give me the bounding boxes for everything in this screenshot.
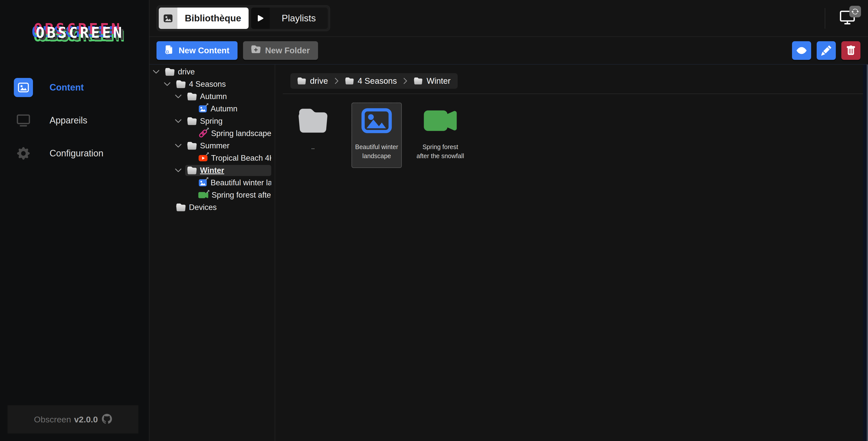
sidebar-item-label: Configuration [50, 148, 103, 159]
shortcut-arrow-icon [205, 176, 209, 181]
tree-item-winter[interactable]: Winter [150, 164, 275, 176]
item-action-buttons [792, 41, 861, 60]
breadcrumb-item-4-seasons[interactable]: 4 Seasons [345, 76, 397, 86]
tree-item-tropical-beach-4k-relaxa[interactable]: Tropical Beach 4K Relaxa [150, 152, 275, 164]
new-content-label: New Content [179, 46, 229, 55]
refresh-badge [849, 6, 861, 18]
breadcrumb-item-winter[interactable]: Winter [414, 76, 451, 86]
tree-item-beautiful-winter-landscape[interactable]: Beautiful winter landscape [150, 176, 275, 189]
tree-item-body: drive [163, 66, 271, 77]
folder-icon [414, 77, 423, 85]
tree-item-label: Winter [200, 166, 224, 175]
tree-item-label: Devices [189, 203, 217, 212]
folder-plus-icon [251, 45, 261, 54]
breadcrumb-item-drive[interactable]: drive [298, 76, 328, 86]
chevron-cell[interactable] [152, 68, 163, 75]
sidebar-item-content[interactable]: Content [0, 78, 149, 97]
preview-button[interactable] [792, 41, 811, 60]
card-beautiful-winter-landscape[interactable]: Beautiful winter landscape [351, 103, 402, 168]
card-spring-forest-after-the-snowfall[interactable]: Spring forest after the snowfall [415, 103, 465, 168]
display-icon-box [14, 111, 33, 130]
folder-plus-icon [251, 45, 261, 56]
chevron-cell[interactable] [175, 142, 185, 149]
tree-item-4-seasons[interactable]: 4 Seasons [150, 78, 275, 90]
folder-content-panel: drive4 SeasonsWinter .. Beautiful winter… [275, 65, 868, 441]
topbar: Bibliothèque Playlists [150, 0, 868, 37]
image-icon [18, 82, 29, 93]
chevron-down-icon [163, 80, 171, 88]
breadcrumb-label: Winter [427, 76, 451, 86]
edit-button[interactable] [817, 41, 836, 60]
tree-item-body: Spring [185, 116, 271, 127]
github-icon [102, 414, 112, 425]
card-parent-folder[interactable]: .. [288, 103, 338, 168]
tree-item-label: Tropical Beach 4K Relaxa [211, 154, 271, 163]
folder-icon [187, 92, 197, 101]
image-icon [361, 108, 392, 133]
scrollbar[interactable] [863, 65, 868, 441]
shortcut-arrow-icon [205, 127, 210, 131]
library-playlists-tabs: Bibliothèque Playlists [156, 5, 330, 31]
chevron-right-icon [333, 77, 340, 84]
shortcut-arrow-icon [205, 103, 209, 107]
tree-item-label: Autumn [211, 104, 238, 113]
workspace: drive4 SeasonsAutumnAutumnSpringSpring l… [150, 65, 868, 441]
tree-item-drive[interactable]: drive [150, 66, 275, 78]
tree-item-body: Spring landscape from sl [196, 128, 271, 139]
tab-icon-cell [159, 7, 177, 29]
file-plus-icon [164, 45, 174, 56]
chevron-cell[interactable] [175, 117, 185, 125]
tree-item-body: Summer [185, 140, 271, 151]
folder-icon [176, 203, 186, 212]
tree-item-devices[interactable]: Devices [150, 201, 275, 213]
tree-item-label: Spring [200, 117, 223, 126]
tree-item-body: Winter [185, 165, 271, 176]
chevron-cell[interactable] [175, 93, 185, 100]
tree-item-label: Autumn [200, 92, 227, 101]
toolbar: New Content New Folder [150, 37, 868, 65]
chevron-down-icon [175, 142, 182, 149]
chevron-down-icon [175, 93, 182, 100]
shortcut-arrow-icon [206, 189, 210, 194]
sidebar-item-configuration[interactable]: Configuration [0, 144, 149, 163]
folder-icon [176, 80, 186, 89]
tree-item-autumn[interactable]: Autumn [150, 103, 275, 115]
tree-item-summer[interactable]: Summer [150, 140, 275, 152]
pencil-icon [821, 45, 831, 56]
tab-label: Playlists [270, 7, 328, 29]
delete-button[interactable] [841, 41, 861, 60]
folder-icon [345, 77, 354, 85]
breadcrumb-separator-line [283, 94, 863, 94]
chevron-cell[interactable] [163, 80, 174, 88]
chevron-cell[interactable] [175, 167, 185, 174]
tree-item-autumn[interactable]: Autumn [150, 90, 275, 103]
screens-refresh-button[interactable] [839, 10, 856, 26]
folder-icon [187, 141, 197, 150]
tab-icon-cell [251, 7, 270, 29]
tree-item-body: Spring forest after the snowfall [196, 190, 271, 201]
footer-version-link[interactable]: Obscreen v2.0.0 [7, 405, 138, 434]
tab-playlists[interactable]: Playlists [251, 7, 328, 29]
display-icon [17, 114, 30, 127]
refresh-icon [851, 8, 859, 15]
tree-item-spring[interactable]: Spring [150, 115, 275, 127]
sidebar-item-label: Appareils [50, 115, 87, 126]
new-folder-button[interactable]: New Folder [243, 41, 318, 60]
tree-item-spring-landscape-from-sl[interactable]: Spring landscape from sl [150, 127, 275, 140]
tree-item-label: 4 Seasons [189, 80, 226, 89]
tab-biblioth-que[interactable]: Bibliothèque [159, 7, 249, 29]
obscreen-app: OBSCREEN ContentAppareilsConfiguration O… [0, 0, 868, 441]
new-content-button[interactable]: New Content [156, 41, 238, 60]
chevron-down-icon [152, 68, 160, 75]
chevron-right-icon [402, 77, 409, 84]
tree-item-label: Spring landscape from sl [211, 129, 271, 138]
tree-item-body: Autumn [185, 91, 271, 102]
tree-item-body: Autumn [196, 103, 271, 114]
footer-version: v2.0.0 [74, 415, 98, 425]
breadcrumb-label: drive [310, 76, 328, 86]
sidebar-item-appareils[interactable]: Appareils [0, 111, 149, 130]
tree-item-spring-forest-after-the-snowfall[interactable]: Spring forest after the snowfall [150, 189, 275, 201]
breadcrumb: drive4 SeasonsWinter [290, 73, 458, 89]
footer-brand: Obscreen [34, 415, 71, 425]
breadcrumb-separator-icon [333, 77, 340, 84]
